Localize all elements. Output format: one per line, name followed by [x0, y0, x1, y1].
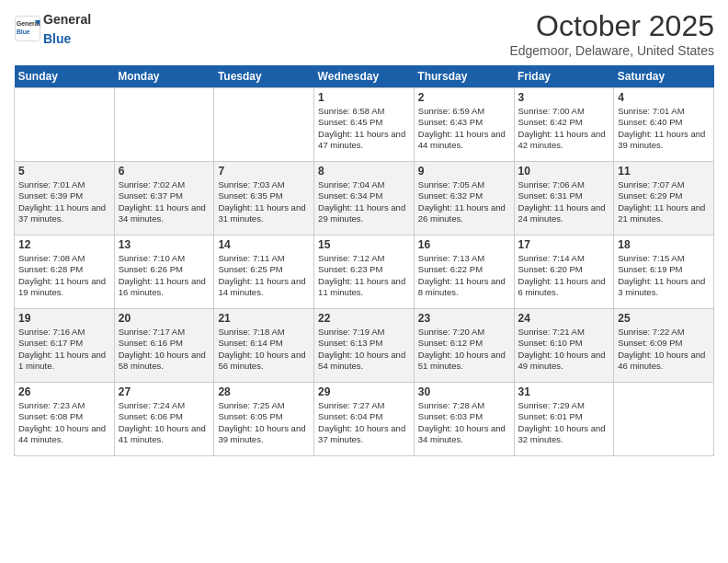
cell-text: Sunrise: 7:01 AM: [18, 179, 110, 190]
cell-text: Daylight: 10 hours and 51 minutes.: [418, 350, 510, 373]
cell-3-0: 19Sunrise: 7:16 AMSunset: 6:17 PMDayligh…: [15, 309, 115, 383]
day-number-2-0: 12: [18, 238, 110, 251]
cell-text: Sunrise: 7:19 AM: [318, 327, 410, 338]
cell-text: Sunset: 6:14 PM: [218, 338, 310, 349]
cell-4-1: 27Sunrise: 7:24 AMSunset: 6:06 PMDayligh…: [114, 383, 214, 456]
cell-3-5: 24Sunrise: 7:21 AMSunset: 6:10 PMDayligh…: [514, 309, 614, 383]
cell-text: Sunset: 6:05 PM: [218, 411, 310, 422]
cell-text: Daylight: 10 hours and 46 minutes.: [618, 350, 710, 373]
cell-text: Daylight: 10 hours and 41 minutes.: [119, 423, 210, 446]
cell-text: Sunrise: 7:11 AM: [218, 253, 310, 264]
logo: General Blue General Blue: [14, 9, 91, 48]
cell-0-3: 1Sunrise: 6:58 AMSunset: 6:45 PMDaylight…: [314, 88, 415, 162]
cell-text: Sunset: 6:23 PM: [318, 264, 410, 275]
cell-text: Daylight: 11 hours and 34 minutes.: [119, 202, 210, 225]
cell-text: Sunset: 6:12 PM: [418, 338, 510, 349]
cell-text: Sunrise: 6:58 AM: [318, 106, 410, 117]
cell-2-0: 12Sunrise: 7:08 AMSunset: 6:28 PMDayligh…: [15, 236, 115, 309]
cell-text: Sunrise: 7:20 AM: [418, 327, 510, 338]
cell-text: Daylight: 10 hours and 56 minutes.: [218, 350, 310, 373]
col-monday: Monday: [114, 65, 214, 88]
cell-1-3: 8Sunrise: 7:04 AMSunset: 6:34 PMDaylight…: [314, 162, 415, 236]
cell-text: Sunrise: 7:18 AM: [218, 327, 310, 338]
cell-text: Sunset: 6:37 PM: [119, 190, 210, 201]
cell-text: Daylight: 10 hours and 44 minutes.: [18, 423, 110, 446]
month-title: October 2025: [509, 9, 714, 43]
cell-text: Sunset: 6:31 PM: [518, 190, 610, 201]
day-number-2-4: 16: [418, 238, 510, 251]
day-number-2-6: 18: [618, 238, 710, 251]
week-row-1: 5Sunrise: 7:01 AMSunset: 6:39 PMDaylight…: [15, 162, 714, 236]
day-number-0-5: 3: [518, 91, 610, 104]
cell-1-5: 10Sunrise: 7:06 AMSunset: 6:31 PMDayligh…: [514, 162, 614, 236]
cell-text: Sunset: 6:39 PM: [18, 190, 110, 201]
header-row: Sunday Monday Tuesday Wednesday Thursday…: [15, 65, 714, 88]
cell-text: Sunrise: 7:10 AM: [119, 253, 210, 264]
cell-text: Daylight: 10 hours and 37 minutes.: [318, 423, 410, 446]
cell-text: Daylight: 10 hours and 39 minutes.: [218, 423, 310, 446]
cell-text: Sunrise: 7:21 AM: [518, 327, 610, 338]
cell-text: Sunset: 6:03 PM: [418, 411, 510, 422]
cell-text: Sunrise: 7:02 AM: [119, 179, 210, 190]
cell-4-4: 30Sunrise: 7:28 AMSunset: 6:03 PMDayligh…: [414, 383, 514, 456]
day-number-3-1: 20: [119, 312, 210, 325]
cell-text: Daylight: 11 hours and 37 minutes.: [18, 202, 110, 225]
day-number-3-2: 21: [218, 312, 310, 325]
cell-text: Sunrise: 7:12 AM: [318, 253, 410, 264]
cell-2-1: 13Sunrise: 7:10 AMSunset: 6:26 PMDayligh…: [114, 236, 214, 309]
day-number-4-2: 28: [218, 385, 310, 398]
cell-text: Sunset: 6:42 PM: [518, 117, 610, 128]
title-block: October 2025 Edgemoor, Delaware, United …: [509, 9, 714, 58]
cell-4-5: 31Sunrise: 7:29 AMSunset: 6:01 PMDayligh…: [514, 383, 614, 456]
day-number-1-2: 7: [218, 165, 310, 178]
cell-text: Daylight: 11 hours and 3 minutes.: [618, 276, 710, 299]
cell-text: Sunrise: 7:05 AM: [418, 179, 510, 190]
cell-text: Sunrise: 7:17 AM: [119, 327, 210, 338]
day-number-4-3: 29: [318, 385, 410, 398]
cell-3-1: 20Sunrise: 7:17 AMSunset: 6:16 PMDayligh…: [114, 309, 214, 383]
cell-text: Sunset: 6:20 PM: [518, 264, 610, 275]
cell-2-6: 18Sunrise: 7:15 AMSunset: 6:19 PMDayligh…: [614, 236, 714, 309]
col-sunday: Sunday: [15, 65, 115, 88]
week-row-3: 19Sunrise: 7:16 AMSunset: 6:17 PMDayligh…: [15, 309, 714, 383]
cell-text: Sunset: 6:04 PM: [318, 411, 410, 422]
cell-text: Sunrise: 7:06 AM: [518, 179, 610, 190]
cell-text: Daylight: 11 hours and 31 minutes.: [218, 202, 310, 225]
cell-text: Daylight: 10 hours and 49 minutes.: [518, 350, 610, 373]
day-number-3-5: 24: [518, 312, 610, 325]
cell-2-4: 16Sunrise: 7:13 AMSunset: 6:22 PMDayligh…: [414, 236, 514, 309]
day-number-1-0: 5: [18, 165, 110, 178]
day-number-0-6: 4: [618, 91, 710, 104]
cell-1-0: 5Sunrise: 7:01 AMSunset: 6:39 PMDaylight…: [15, 162, 115, 236]
cell-3-3: 22Sunrise: 7:19 AMSunset: 6:13 PMDayligh…: [314, 309, 415, 383]
week-row-0: 1Sunrise: 6:58 AMSunset: 6:45 PMDaylight…: [15, 88, 714, 162]
cell-text: Daylight: 10 hours and 58 minutes.: [119, 350, 210, 373]
cell-text: Daylight: 10 hours and 34 minutes.: [418, 423, 510, 446]
cell-text: Sunset: 6:26 PM: [119, 264, 210, 275]
cell-text: Daylight: 10 hours and 54 minutes.: [318, 350, 410, 373]
cell-text: Sunset: 6:17 PM: [18, 338, 110, 349]
week-row-4: 26Sunrise: 7:23 AMSunset: 6:08 PMDayligh…: [15, 383, 714, 456]
cell-text: Sunset: 6:19 PM: [618, 264, 710, 275]
cell-text: Daylight: 11 hours and 29 minutes.: [318, 202, 410, 225]
cell-text: Daylight: 11 hours and 6 minutes.: [518, 276, 610, 299]
day-number-1-1: 6: [119, 165, 210, 178]
day-number-0-3: 1: [318, 91, 410, 104]
cell-text: Sunset: 6:01 PM: [518, 411, 610, 422]
day-number-1-4: 9: [418, 165, 510, 178]
day-number-4-0: 26: [18, 385, 110, 398]
cell-0-4: 2Sunrise: 6:59 AMSunset: 6:43 PMDaylight…: [414, 88, 514, 162]
cell-text: Daylight: 11 hours and 11 minutes.: [318, 276, 410, 299]
col-thursday: Thursday: [414, 65, 514, 88]
cell-text: Sunrise: 7:16 AM: [18, 327, 110, 338]
cell-text: Sunset: 6:06 PM: [119, 411, 210, 422]
cell-0-1: [114, 88, 214, 162]
cell-text: Daylight: 11 hours and 8 minutes.: [418, 276, 510, 299]
cell-text: Sunset: 6:34 PM: [318, 190, 410, 201]
cell-0-5: 3Sunrise: 7:00 AMSunset: 6:42 PMDaylight…: [514, 88, 614, 162]
cell-3-4: 23Sunrise: 7:20 AMSunset: 6:12 PMDayligh…: [414, 309, 514, 383]
cell-0-0: [15, 88, 115, 162]
cell-text: Sunset: 6:32 PM: [418, 190, 510, 201]
logo-icon: General Blue: [14, 15, 41, 42]
cell-4-2: 28Sunrise: 7:25 AMSunset: 6:05 PMDayligh…: [214, 383, 314, 456]
